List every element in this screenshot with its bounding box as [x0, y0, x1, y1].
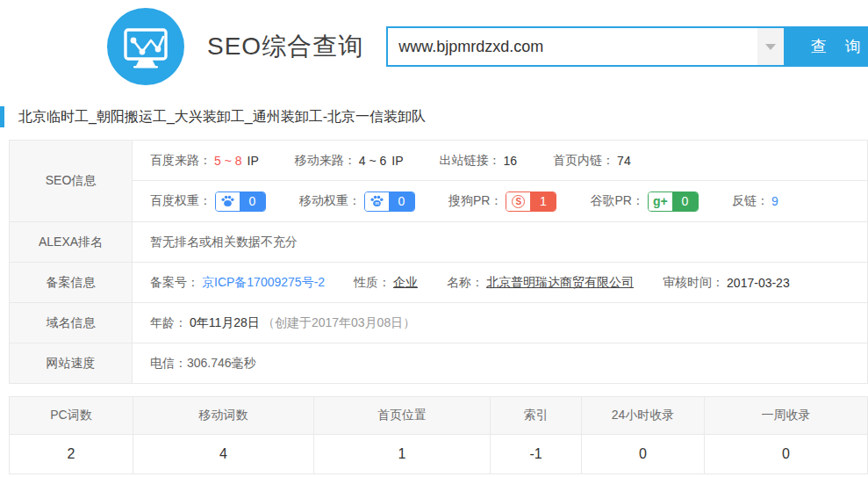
search-box — [386, 26, 786, 67]
stats-value-row: 2 4 1 -1 0 0 — [10, 434, 867, 473]
backlinks: 反链： 9 — [732, 193, 781, 209]
beian-nature: 性质： 企业 — [354, 275, 420, 291]
google-pr-badge[interactable]: g+ 0 — [648, 192, 699, 212]
search-input[interactable] — [388, 28, 757, 65]
beian-company-link[interactable]: 北京普明瑞达商贸有限公司 — [484, 275, 636, 291]
history-dropdown-toggle[interactable] — [757, 28, 784, 65]
stats-header-mobile-words: 移动词数 — [133, 397, 313, 434]
baidu-visits: 百度来路： 5 ~ 8 IP — [150, 153, 262, 169]
stats-value-24h: 0 — [581, 435, 704, 473]
sogou-icon: S — [506, 192, 530, 211]
stats-header-week: 一周收录 — [704, 397, 867, 434]
baidu-weight: 百度权重： 0 — [150, 192, 266, 212]
search-area: 查 询 — [386, 26, 868, 67]
sogou-pr: 搜狗PR： S 1 — [448, 192, 556, 212]
row-label-speed: 网站速度 — [10, 343, 133, 383]
row-label-domain: 域名信息 — [10, 303, 133, 343]
row-label-alexa: ALEXA排名 — [10, 222, 133, 262]
homepage-inner-links: 首页内链： 74 — [553, 153, 634, 169]
beian-nature-link[interactable]: 企业 — [391, 275, 420, 291]
keyword-stats-table: PC词数 移动词数 首页位置 索引 24小时收录 一周收录 2 4 1 -1 0… — [9, 396, 868, 474]
svg-text:m: m — [375, 200, 379, 206]
chart-monitor-icon — [107, 8, 184, 85]
app-logo — [107, 8, 184, 85]
beian-number: 备案号： 京ICP备17009275号-2 — [150, 275, 327, 291]
google-pr: 谷歌PR： g+ 0 — [590, 192, 698, 212]
header: SEO综合查询 查 询 — [0, 0, 868, 93]
stats-value-pc-words: 2 — [10, 435, 133, 473]
baidu-paw-icon — [216, 192, 240, 211]
stats-header-row: PC词数 移动词数 首页位置 索引 24小时收录 一周收录 — [10, 397, 867, 434]
stats-header-pc-words: PC词数 — [10, 397, 133, 434]
beian-number-link[interactable]: 京ICP备17009275号-2 — [199, 275, 327, 291]
domain-created-note: （创建于2017年03月08日） — [262, 315, 415, 331]
table-row-seo: SEO信息 百度来路： 5 ~ 8 IP 移动来路： 4 ~ 6 IP 出站链接… — [10, 141, 867, 221]
sogou-pr-badge[interactable]: S 1 — [506, 192, 556, 212]
seo-traffic-subrow: 百度来路： 5 ~ 8 IP 移动来路： 4 ~ 6 IP 出站链接： 16 — [133, 141, 867, 181]
table-row-beian: 备案信息 备案号： 京ICP备17009275号-2 性质： 企业 名称： 北京… — [10, 262, 867, 302]
stats-header-index: 索引 — [490, 397, 581, 434]
alexa-value: 暂无排名或相关数据不充分 — [133, 222, 867, 262]
query-button[interactable]: 查 询 — [786, 26, 868, 67]
beian-company: 名称： 北京普明瑞达商贸有限公司 — [447, 275, 636, 291]
mobile-visits: 移动来路： 4 ~ 6 IP — [295, 153, 406, 169]
mobile-weight-badge[interactable]: m 0 — [364, 192, 415, 212]
row-label-beian: 备案信息 — [10, 263, 133, 302]
site-title: 北京临时工_朝阳搬运工_大兴装卸工_通州装卸工-北京一信装卸队 — [18, 108, 426, 126]
result-title-bar: 北京临时工_朝阳搬运工_大兴装卸工_通州装卸工-北京一信装卸队 — [0, 106, 868, 127]
seo-query-page: SEO综合查询 查 询 北京临时工_朝阳搬运工_大兴装卸工_通州装卸工-北京一信… — [0, 0, 868, 474]
domain-age: 年龄： 0年11月28日 （创建于2017年03月08日） — [150, 315, 415, 331]
stats-value-mobile-words: 4 — [133, 435, 313, 473]
row-label-seo: SEO信息 — [10, 141, 133, 221]
stats-value-week: 0 — [704, 435, 867, 473]
speed-value: 电信：306.746毫秒 — [133, 343, 867, 383]
outbound-links: 出站链接： 16 — [440, 153, 520, 169]
chevron-down-icon — [765, 44, 776, 50]
google-plus-icon: g+ — [649, 192, 672, 211]
title-accent-bar — [0, 106, 4, 127]
app-title: SEO综合查询 — [207, 30, 363, 63]
table-row-alexa: ALEXA排名 暂无排名或相关数据不充分 — [10, 221, 867, 262]
seo-weight-subrow: 百度权重： 0 — [133, 181, 867, 221]
stats-value-index: -1 — [490, 435, 581, 473]
stats-header-24h: 24小时收录 — [581, 397, 704, 434]
stats-value-home-rank: 1 — [313, 435, 490, 473]
baidu-weight-badge[interactable]: 0 — [215, 192, 266, 212]
table-row-domain: 域名信息 年龄： 0年11月28日 （创建于2017年03月08日） — [10, 302, 867, 343]
table-row-speed: 网站速度 电信：306.746毫秒 — [10, 343, 867, 383]
mobile-weight: 移动权重： m — [299, 192, 415, 212]
stats-header-home-rank: 首页位置 — [313, 397, 490, 434]
mobile-paw-icon: m — [365, 192, 389, 211]
seo-info-table: SEO信息 百度来路： 5 ~ 8 IP 移动来路： 4 ~ 6 IP 出站链接… — [9, 140, 868, 384]
beian-audit-time: 审核时间： 2017-03-23 — [663, 275, 793, 291]
